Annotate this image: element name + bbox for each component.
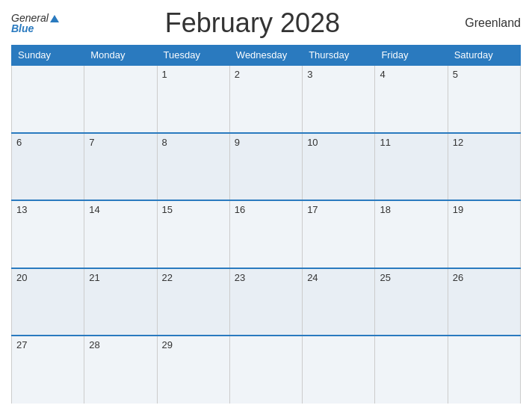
week-row-2: 6789101112 — [12, 133, 521, 201]
day-cell — [375, 336, 448, 404]
week-row-3: 13141516171819 — [12, 200, 521, 268]
calendar-table: Sunday Monday Tuesday Wednesday Thursday… — [11, 45, 521, 404]
calendar-body: 1234567891011121314151617181920212223242… — [12, 65, 521, 404]
day-cell: 15 — [157, 200, 229, 268]
day-cell: 28 — [84, 336, 157, 404]
day-cell — [229, 336, 302, 404]
day-number: 12 — [453, 137, 463, 148]
day-number: 4 — [380, 69, 385, 80]
day-number: 25 — [380, 272, 390, 283]
week-row-1: 12345 — [12, 65, 521, 133]
day-number: 26 — [453, 272, 463, 283]
week-row-4: 20212223242526 — [12, 268, 521, 336]
logo-triangle-icon — [50, 15, 59, 22]
day-cell: 13 — [12, 200, 84, 268]
region-label: Greenland — [446, 16, 521, 30]
day-cell: 8 — [157, 133, 229, 201]
day-cell: 2 — [229, 65, 302, 133]
logo: General Blue — [11, 13, 59, 34]
logo-general-text: General — [11, 13, 59, 23]
day-number: 22 — [162, 272, 173, 283]
header-tuesday: Tuesday — [157, 46, 229, 66]
day-cell: 14 — [84, 200, 157, 268]
day-cell — [12, 65, 84, 133]
day-number: 20 — [16, 272, 27, 283]
header-thursday: Thursday — [303, 46, 375, 66]
day-cell: 11 — [375, 133, 448, 201]
day-cell: 7 — [84, 133, 157, 201]
day-number: 16 — [235, 204, 245, 215]
day-cell — [303, 336, 375, 404]
day-number: 5 — [453, 69, 458, 80]
day-cell: 27 — [12, 336, 84, 404]
day-number: 13 — [16, 204, 27, 215]
day-cell: 23 — [229, 268, 302, 336]
day-number: 29 — [162, 339, 173, 350]
day-number: 6 — [16, 137, 22, 148]
day-cell: 25 — [375, 268, 448, 336]
day-cell: 16 — [229, 200, 302, 268]
day-cell: 21 — [84, 268, 157, 336]
day-cell — [448, 336, 520, 404]
day-cell: 9 — [229, 133, 302, 201]
header-friday: Friday — [375, 46, 448, 66]
day-cell — [84, 65, 157, 133]
day-number: 24 — [307, 272, 318, 283]
day-number: 8 — [162, 137, 167, 148]
day-number: 9 — [235, 137, 240, 148]
day-cell: 22 — [157, 268, 229, 336]
day-number: 27 — [16, 339, 27, 350]
logo-blue-text: Blue — [11, 23, 59, 34]
day-number: 3 — [307, 69, 312, 80]
day-cell: 29 — [157, 336, 229, 404]
day-number: 2 — [235, 69, 240, 80]
day-number: 15 — [162, 204, 173, 215]
day-number: 1 — [162, 69, 167, 80]
header-saturday: Saturday — [448, 46, 520, 66]
day-number: 7 — [89, 137, 94, 148]
calendar-thead: Sunday Monday Tuesday Wednesday Thursday… — [12, 46, 521, 66]
days-header-row: Sunday Monday Tuesday Wednesday Thursday… — [12, 46, 521, 66]
day-cell: 26 — [448, 268, 520, 336]
day-number: 14 — [89, 204, 99, 215]
day-number: 19 — [453, 204, 463, 215]
day-cell: 24 — [303, 268, 375, 336]
calendar-header: General Blue February 2028 Greenland — [11, 7, 521, 39]
day-cell: 3 — [303, 65, 375, 133]
day-number: 10 — [307, 137, 318, 148]
header-monday: Monday — [84, 46, 157, 66]
day-cell: 17 — [303, 200, 375, 268]
day-number: 18 — [380, 204, 390, 215]
calendar-title: February 2028 — [59, 7, 446, 39]
day-cell: 20 — [12, 268, 84, 336]
day-cell: 10 — [303, 133, 375, 201]
day-number: 21 — [89, 272, 99, 283]
week-row-5: 272829 — [12, 336, 521, 404]
day-cell: 6 — [12, 133, 84, 201]
day-cell: 12 — [448, 133, 520, 201]
day-number: 11 — [380, 137, 390, 148]
calendar-container: General Blue February 2028 Greenland Sun… — [0, 0, 532, 411]
day-number: 23 — [235, 272, 245, 283]
day-cell: 19 — [448, 200, 520, 268]
day-cell: 5 — [448, 65, 520, 133]
day-cell: 4 — [375, 65, 448, 133]
header-wednesday: Wednesday — [229, 46, 302, 66]
day-cell: 1 — [157, 65, 229, 133]
day-cell: 18 — [375, 200, 448, 268]
day-number: 17 — [307, 204, 318, 215]
header-sunday: Sunday — [12, 46, 84, 66]
day-number: 28 — [89, 339, 99, 350]
